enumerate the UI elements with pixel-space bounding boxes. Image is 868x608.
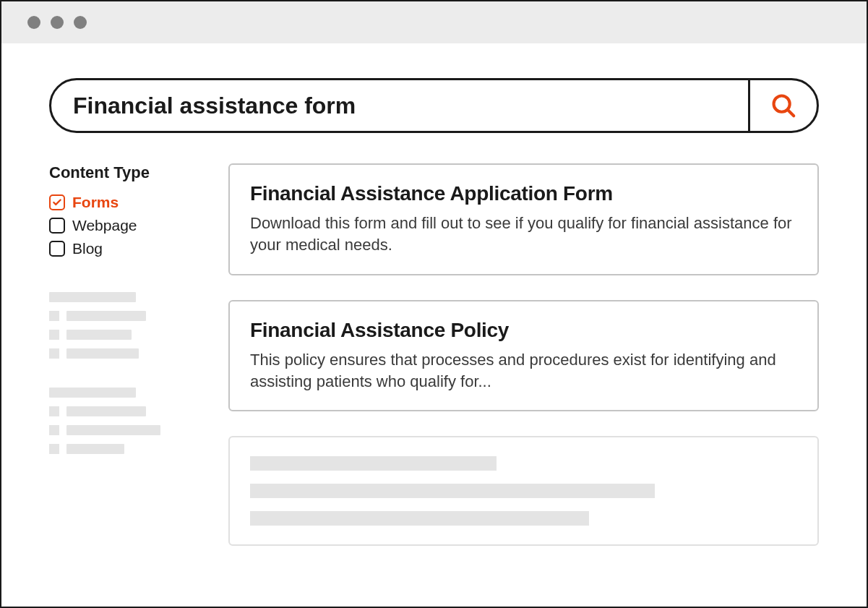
results-list: Financial Assistance Application Form Do… [228, 163, 819, 546]
filter-sidebar: Content Type Forms Webpage Blog [49, 163, 194, 546]
result-description: This policy ensures that processes and p… [250, 349, 797, 393]
result-card[interactable]: Financial Assistance Application Form Do… [228, 163, 819, 275]
traffic-light-close[interactable] [27, 16, 40, 29]
main-area: Content Type Forms Webpage Blog [49, 163, 819, 546]
search-icon [770, 92, 797, 119]
search-bar [49, 78, 819, 133]
filter-option-webpage[interactable]: Webpage [49, 217, 194, 234]
result-description: Download this form and fill out to see i… [250, 213, 797, 257]
checkbox-blog[interactable] [49, 241, 65, 257]
filter-option-blog[interactable]: Blog [49, 240, 194, 257]
search-input[interactable] [51, 80, 748, 131]
filter-label: Webpage [72, 217, 137, 234]
traffic-light-minimize[interactable] [51, 16, 64, 29]
filter-option-forms[interactable]: Forms [49, 194, 194, 211]
skeleton-filter-group [49, 388, 194, 454]
window-titlebar [1, 1, 867, 43]
checkbox-webpage[interactable] [49, 218, 65, 234]
filter-label: Forms [72, 194, 119, 211]
skeleton-result-card [228, 436, 819, 546]
result-title: Financial Assistance Application Form [250, 182, 797, 205]
filter-label: Blog [72, 240, 103, 257]
checkbox-forms[interactable] [49, 194, 65, 210]
filter-heading: Content Type [49, 163, 194, 182]
svg-line-1 [788, 110, 794, 116]
search-button[interactable] [750, 80, 817, 131]
skeleton-filter-group [49, 292, 194, 359]
result-card[interactable]: Financial Assistance Policy This policy … [228, 300, 819, 412]
page-content: Content Type Forms Webpage Blog [1, 43, 867, 546]
traffic-light-maximize[interactable] [74, 16, 87, 29]
checkmark-icon [52, 197, 62, 207]
result-title: Financial Assistance Policy [250, 319, 797, 342]
